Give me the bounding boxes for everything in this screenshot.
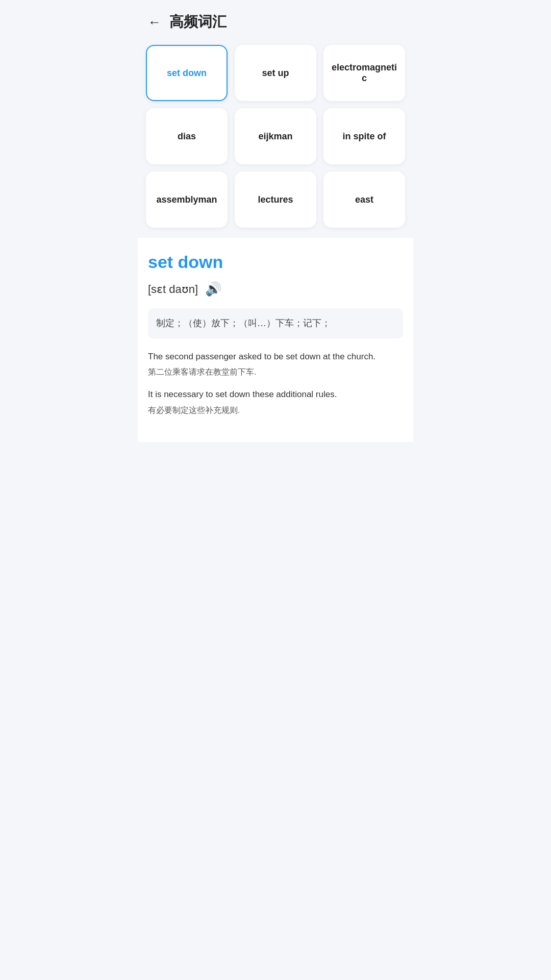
example-1-zh: 第二位乘客请求在教堂前下车. bbox=[148, 365, 403, 379]
example-2: It is necessary to set down these additi… bbox=[148, 387, 403, 416]
word-card-in-spite-of[interactable]: in spite of bbox=[323, 108, 405, 164]
speaker-icon[interactable]: 🔊 bbox=[205, 281, 221, 297]
example-2-en: It is necessary to set down these additi… bbox=[148, 387, 403, 401]
detail-word: set down bbox=[148, 252, 403, 272]
example-1-en: The second passenger asked to be set dow… bbox=[148, 350, 403, 363]
word-card-lectures[interactable]: lectures bbox=[235, 172, 316, 228]
phonetic-text: [sɛt daʊn] bbox=[148, 283, 198, 296]
word-card-eijkman[interactable]: eijkman bbox=[235, 108, 316, 164]
word-card-dias[interactable]: dias bbox=[146, 108, 228, 164]
word-card-assemblyman[interactable]: assemblyman bbox=[146, 172, 228, 228]
word-card-set-up[interactable]: set up bbox=[235, 45, 316, 101]
meaning-box: 制定；（使）放下；（叫…）下车；记下； bbox=[148, 308, 403, 338]
word-card-east[interactable]: east bbox=[323, 172, 405, 228]
phonetic-row: [sɛt daʊn] 🔊 bbox=[148, 281, 403, 297]
detail-section: set down [sɛt daʊn] 🔊 制定；（使）放下；（叫…）下车；记下… bbox=[138, 238, 413, 442]
header: ← 高频词汇 bbox=[138, 0, 413, 40]
example-1: The second passenger asked to be set dow… bbox=[148, 350, 403, 379]
back-button[interactable]: ← bbox=[148, 15, 161, 29]
page-title: 高频词汇 bbox=[169, 12, 227, 32]
word-card-set-down[interactable]: set down bbox=[146, 45, 228, 101]
word-card-electromagnetic[interactable]: electromagnetic bbox=[323, 45, 405, 101]
example-2-zh: 有必要制定这些补充规则. bbox=[148, 404, 403, 417]
word-grid: set down set up electromagnetic dias eij… bbox=[138, 40, 413, 238]
